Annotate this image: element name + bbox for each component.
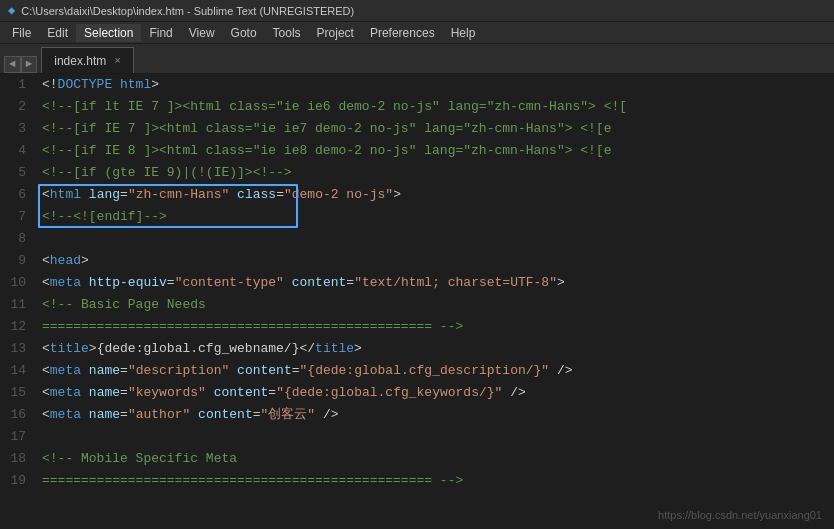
title-bar: ◆ C:\Users\daixi\Desktop\index.htm - Sub… [0,0,834,22]
line-num-15: 15 [6,382,26,404]
tab-label: index.htm [54,54,106,68]
code-line-11: <!-- Basic Page Needs [42,294,834,316]
code-line-15: <meta name="keywords" content="{dede:glo… [42,382,834,404]
code-editor[interactable]: <!DOCTYPE html> <!--[if lt IE 7 ]><html … [36,74,834,529]
menu-find[interactable]: Find [141,24,180,42]
code-line-19: ========================================… [42,470,834,492]
menu-selection[interactable]: Selection [76,24,141,42]
code-line-12: ========================================… [42,316,834,338]
line-num-16: 16 [6,404,26,426]
menu-bar: File Edit Selection Find View Goto Tools… [0,22,834,44]
code-line-5: <!--[if (gte IE 9)|(!(IE)]><!--> [42,162,834,184]
code-line-9: <head> [42,250,834,272]
code-line-14: <meta name="description" content="{dede:… [42,360,834,382]
line-num-13: 13 [6,338,26,360]
menu-edit[interactable]: Edit [39,24,76,42]
line-num-1: 1 [6,74,26,96]
code-line-6: <html lang="zh-cmn-Hans" class="demo-2 n… [42,184,834,206]
tab-nav: ◄ ► [4,56,37,73]
line-num-9: 9 [6,250,26,272]
selected-block: <html lang="zh-cmn-Hans" class="demo-2 n… [42,184,834,228]
line-num-14: 14 [6,360,26,382]
line-num-6: 6 [6,184,26,206]
code-line-8 [42,228,834,250]
watermark: https://blog.csdn.net/yuanxiang01 [658,509,822,521]
code-line-2: <!--[if lt IE 7 ]><html class="ie ie6 de… [42,96,834,118]
menu-goto[interactable]: Goto [223,24,265,42]
tab-index-htm[interactable]: index.htm × [41,47,134,73]
line-num-3: 3 [6,118,26,140]
code-line-7: <!--<![endif]--> [42,206,834,228]
tab-close-button[interactable]: × [114,55,121,67]
code-content: <!DOCTYPE html> <!--[if lt IE 7 ]><html … [36,74,834,492]
line-num-19: 19 [6,470,26,492]
title-text: C:\Users\daixi\Desktop\index.htm - Subli… [21,5,354,17]
menu-tools[interactable]: Tools [265,24,309,42]
tab-next-button[interactable]: ► [21,56,38,73]
line-num-12: 12 [6,316,26,338]
menu-file[interactable]: File [4,24,39,42]
tab-prev-button[interactable]: ◄ [4,56,21,73]
line-num-8: 8 [6,228,26,250]
tab-bar: ◄ ► index.htm × [0,44,834,74]
code-line-17 [42,426,834,448]
code-line-13: <title>{dede:global.cfg_webname/}</title… [42,338,834,360]
menu-project[interactable]: Project [309,24,362,42]
menu-view[interactable]: View [181,24,223,42]
line-num-17: 17 [6,426,26,448]
line-num-10: 10 [6,272,26,294]
menu-help[interactable]: Help [443,24,484,42]
line-num-5: 5 [6,162,26,184]
code-line-10: <meta http-equiv="content-type" content=… [42,272,834,294]
line-num-11: 11 [6,294,26,316]
line-num-18: 18 [6,448,26,470]
code-line-16: <meta name="author" content="创客云" /> [42,404,834,426]
editor-area: 1 2 3 4 5 6 7 8 9 10 11 12 13 14 15 16 1… [0,74,834,529]
code-line-1: <!DOCTYPE html> [42,74,834,96]
line-numbers: 1 2 3 4 5 6 7 8 9 10 11 12 13 14 15 16 1… [0,74,36,529]
line-num-7: 7 [6,206,26,228]
code-line-3: <!--[if IE 7 ]><html class="ie ie7 demo-… [42,118,834,140]
line-num-2: 2 [6,96,26,118]
code-line-18: <!-- Mobile Specific Meta [42,448,834,470]
menu-preferences[interactable]: Preferences [362,24,443,42]
line-num-4: 4 [6,140,26,162]
code-line-4: <!--[if IE 8 ]><html class="ie ie8 demo-… [42,140,834,162]
app-icon: ◆ [8,3,15,18]
